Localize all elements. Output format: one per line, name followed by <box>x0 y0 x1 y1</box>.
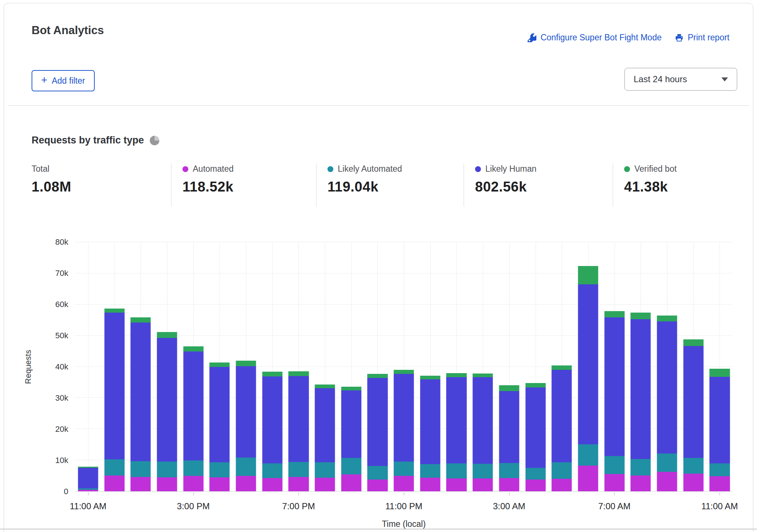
bar-20-segment-automated <box>578 466 598 491</box>
bar-3-segment-verified-bot <box>131 317 151 323</box>
bar-15-segment-likely-automated <box>446 463 467 478</box>
stat-likely-automated-label: Likely Automated <box>338 164 402 174</box>
section-title: Requests by traffic type <box>32 135 144 146</box>
bar-slot <box>154 242 180 491</box>
bar-4-segment-likely-automated <box>157 462 177 477</box>
stat-verified-bot: Verified bot 41.38k <box>613 163 734 207</box>
x-tick-label: 11:00 AM <box>701 501 738 511</box>
stacked-bar-8[interactable] <box>262 242 282 491</box>
bar-15-segment-automated <box>446 478 467 491</box>
bar-slot <box>417 242 443 491</box>
bar-24-segment-likely-automated <box>683 458 703 473</box>
bottom-divider <box>0 529 757 529</box>
stacked-bar-21[interactable] <box>604 242 624 491</box>
bar-16-segment-likely-human <box>473 377 493 464</box>
bar-slot <box>312 242 338 491</box>
bar-11-segment-likely-automated <box>341 458 361 474</box>
bar-22-segment-automated <box>631 475 651 491</box>
bar-21-segment-likely-human <box>604 317 624 456</box>
bar-10-segment-automated <box>315 478 335 491</box>
bar-9-segment-verified-bot <box>289 371 309 376</box>
bar-slot <box>627 242 654 491</box>
stacked-bar-17[interactable] <box>499 242 519 491</box>
bar-21-segment-automated <box>604 474 624 491</box>
stacked-bar-3[interactable] <box>131 242 151 491</box>
stacked-bar-10[interactable] <box>315 242 335 491</box>
page-title: Bot Analytics <box>32 24 104 37</box>
stacked-bar-25[interactable] <box>710 242 730 491</box>
stacked-bar-13[interactable] <box>394 242 414 491</box>
configure-super-bot-fight-mode-link[interactable]: Configure Super Bot Fight Mode <box>528 33 662 43</box>
bar-18-segment-automated <box>525 480 546 491</box>
time-range-select[interactable]: Last 24 hours <box>624 68 737 91</box>
print-report-link[interactable]: Print report <box>675 33 729 43</box>
header-actions: Configure Super Bot Fight Mode Print rep… <box>528 33 729 43</box>
bar-slot <box>575 242 601 491</box>
bar-25-segment-likely-human <box>710 377 730 464</box>
x-tick-mark <box>614 492 615 495</box>
automated-legend-dot <box>182 166 188 172</box>
stacked-bar-16[interactable] <box>473 242 493 491</box>
stacked-bar-15[interactable] <box>446 242 467 491</box>
bar-5-segment-likely-human <box>183 351 203 460</box>
bar-11-segment-likely-human <box>341 390 361 458</box>
stat-automated-label: Automated <box>193 164 233 174</box>
bar-14-segment-automated <box>420 478 440 491</box>
bar-10-segment-verified-bot <box>315 385 335 388</box>
stacked-bar-18[interactable] <box>525 242 546 491</box>
x-tick-mark <box>298 492 299 495</box>
bar-25-segment-verified-bot <box>710 369 730 376</box>
add-filter-button[interactable]: + Add filter <box>32 70 95 91</box>
stacked-bar-24[interactable] <box>683 242 703 491</box>
stacked-bar-1[interactable] <box>78 242 98 491</box>
bar-2-segment-likely-automated <box>104 459 124 475</box>
bar-4-segment-likely-human <box>157 338 177 462</box>
stacked-bar-7[interactable] <box>236 242 256 491</box>
bar-23-segment-likely-automated <box>657 453 677 472</box>
bar-23-segment-likely-human <box>657 321 677 453</box>
x-tick-mark <box>509 492 510 495</box>
x-tick-label: 11:00 AM <box>70 501 106 511</box>
stacked-bar-12[interactable] <box>367 242 388 491</box>
bar-2-segment-verified-bot <box>104 309 124 313</box>
stacked-bar-5[interactable] <box>183 242 203 491</box>
bar-8-segment-likely-human <box>262 376 282 464</box>
bar-10-segment-likely-human <box>315 388 335 462</box>
bot-analytics-card: Bot Analytics Configure Super Bot Fight … <box>4 3 753 532</box>
bar-slot <box>206 242 233 491</box>
plus-icon: + <box>41 75 47 85</box>
bar-7-segment-automated <box>236 476 256 491</box>
y-axis-labels: 010k20k30k40k50k60k70k80k <box>32 242 68 492</box>
bar-3-segment-likely-automated <box>131 461 151 477</box>
bar-slot <box>233 242 259 491</box>
wrench-icon <box>528 33 536 42</box>
bar-slot <box>548 242 575 491</box>
stacked-bar-20[interactable] <box>578 242 598 491</box>
time-range-value: Last 24 hours <box>634 74 687 84</box>
x-tick-mark <box>720 492 720 495</box>
stacked-bar-11[interactable] <box>341 242 361 491</box>
bar-20-segment-verified-bot <box>578 266 598 285</box>
bar-12-segment-automated <box>367 480 388 491</box>
stacked-bar-23[interactable] <box>657 242 677 491</box>
print-link-label: Print report <box>688 33 729 43</box>
stacked-bar-6[interactable] <box>210 242 230 491</box>
stacked-bar-9[interactable] <box>289 242 309 491</box>
stacked-bar-22[interactable] <box>631 242 651 491</box>
stacked-bar-4[interactable] <box>157 242 177 491</box>
bar-20-segment-likely-human <box>578 284 598 444</box>
bar-slot <box>443 242 470 491</box>
bar-25-segment-likely-automated <box>710 463 730 476</box>
bar-14-segment-verified-bot <box>420 376 440 379</box>
bar-slot <box>470 242 496 491</box>
stacked-bar-19[interactable] <box>552 242 572 491</box>
bar-19-segment-automated <box>552 479 572 491</box>
bar-slot <box>101 242 128 491</box>
bar-9-segment-automated <box>289 477 309 491</box>
bar-13-segment-likely-automated <box>394 462 414 476</box>
y-tick-label: 80k <box>55 237 68 247</box>
x-tick-label: 3:00 AM <box>493 501 525 511</box>
verified-bot-legend-dot <box>624 166 630 172</box>
stacked-bar-14[interactable] <box>420 242 440 491</box>
stacked-bar-2[interactable] <box>104 242 124 491</box>
